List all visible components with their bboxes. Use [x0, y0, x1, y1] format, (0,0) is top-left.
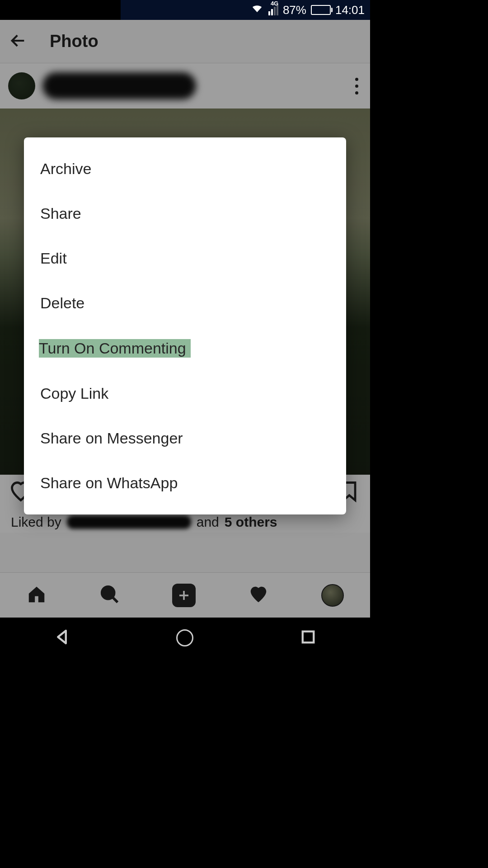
back-icon[interactable] — [9, 32, 27, 52]
wifi-icon — [250, 3, 264, 17]
status-bar: 4G 87% 14:01 — [0, 0, 370, 20]
modal-item-share-messenger[interactable]: Share on Messenger — [24, 416, 346, 461]
app-header: Photo — [0, 20, 370, 63]
status-redaction — [0, 0, 121, 20]
liked-by-and: and — [197, 514, 219, 530]
modal-item-copy-link[interactable]: Copy Link — [24, 371, 346, 416]
add-post-icon[interactable] — [172, 584, 196, 607]
modal-item-turn-on-commenting[interactable]: Turn On Commenting — [24, 326, 346, 371]
modal-item-label: Archive — [40, 160, 91, 177]
modal-item-delete[interactable]: Delete — [24, 281, 346, 326]
android-home-icon[interactable] — [176, 629, 193, 646]
modal-item-label: Turn On Commenting — [39, 339, 191, 358]
modal-item-archive[interactable]: Archive — [24, 146, 346, 191]
profile-avatar-icon[interactable] — [321, 584, 344, 607]
modal-item-label: Share on Messenger — [40, 429, 183, 447]
modal-item-label: Share — [40, 205, 81, 222]
options-modal: Archive Share Edit Delete Turn On Commen… — [24, 137, 346, 514]
page-title: Photo — [50, 32, 99, 51]
search-icon[interactable] — [99, 584, 120, 607]
avatar[interactable] — [8, 72, 35, 99]
modal-item-share[interactable]: Share — [24, 191, 346, 236]
modal-item-label: Edit — [40, 250, 67, 267]
bottom-nav — [0, 572, 370, 618]
modal-item-label: Copy Link — [40, 385, 108, 402]
modal-item-label: Delete — [40, 294, 84, 311]
battery-icon — [311, 5, 331, 15]
more-options-icon[interactable] — [352, 74, 362, 98]
app-body: Photo Liked by and 5 others — [0, 20, 370, 618]
signal-icon: 4G — [268, 5, 278, 15]
android-nav-bar — [0, 618, 370, 658]
battery-percent: 87% — [283, 3, 306, 17]
activity-icon[interactable] — [248, 584, 269, 607]
modal-item-edit[interactable]: Edit — [24, 236, 346, 281]
svg-point-0 — [102, 586, 114, 599]
post-header — [0, 63, 370, 108]
modal-item-label: Share on WhatsApp — [40, 474, 178, 491]
home-icon[interactable] — [26, 584, 47, 607]
android-recent-icon[interactable] — [299, 627, 318, 648]
modal-item-share-whatsapp[interactable]: Share on WhatsApp — [24, 461, 346, 505]
liker-name-redacted — [67, 515, 191, 529]
android-back-icon[interactable] — [52, 627, 71, 648]
liked-by-others: 5 others — [225, 514, 277, 530]
liked-by-label: Liked by — [11, 514, 61, 530]
device-frame: 4G 87% 14:01 Photo — [0, 0, 370, 658]
svg-rect-1 — [303, 632, 314, 643]
clock: 14:01 — [335, 3, 365, 17]
username-redacted — [42, 72, 196, 99]
